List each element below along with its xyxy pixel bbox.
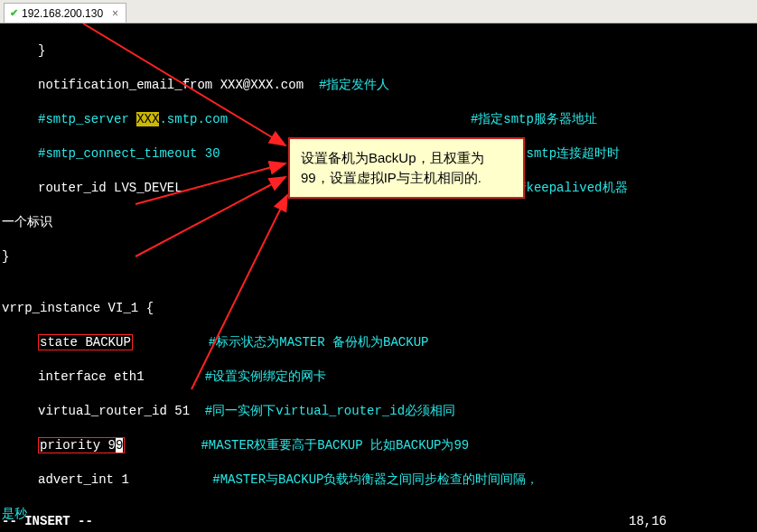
- annotation-arrows: [0, 23, 757, 532]
- check-icon: ✔: [10, 7, 18, 19]
- tab-title: 192.168.200.130: [22, 7, 103, 20]
- comment: #指定发件人: [319, 78, 389, 92]
- code-line: 一个标识: [2, 215, 52, 229]
- tab-bar: ✔ 192.168.200.130 ×: [0, 0, 757, 23]
- redbox-priority: priority 99: [38, 437, 125, 453]
- comment: #设置实例绑定的网卡: [205, 369, 326, 384]
- code-line: #smtp_connect_timeout 30: [38, 146, 220, 161]
- code-line: advert_int 1: [38, 472, 129, 487]
- comment: #MASTER权重要高于BACKUP 比如BACKUP为99: [201, 438, 469, 453]
- code-line: }: [2, 249, 9, 264]
- redbox-state: state BACKUP: [38, 334, 133, 350]
- tab-host[interactable]: ✔ 192.168.200.130 ×: [4, 3, 126, 23]
- code-line: router_id LVS_DEVEL: [38, 181, 182, 195]
- code-line: notification_email_from XXX@XXX.com: [38, 78, 304, 92]
- code-line: interface eth1: [38, 369, 145, 384]
- comment: #标示状态为MASTER 备份机为BACKUP: [209, 335, 429, 350]
- close-icon[interactable]: ×: [112, 7, 118, 20]
- highlight: XXX: [136, 112, 159, 126]
- callout-text: 设置备机为BackUp，且权重为99，设置虚拟IP与主机相同的.: [301, 150, 484, 185]
- code-line: }: [38, 43, 45, 58]
- comment: #同一实例下virtual_router_id必须相同: [205, 404, 455, 418]
- terminal: } notification_email_from XXX@XXX.com #指…: [0, 23, 757, 532]
- code-line: #smtp_server: [38, 112, 136, 126]
- code-line: virtual_router_id 51: [38, 404, 190, 418]
- vim-cursor-pos: 18,16: [629, 513, 667, 530]
- callout-box: 设置备机为BackUp，且权重为99，设置虚拟IP与主机相同的.: [288, 137, 525, 199]
- comment: #MASTER与BACKUP负载均衡器之间同步检查的时间间隔，: [212, 472, 538, 487]
- code-line: .smtp.com: [159, 112, 228, 126]
- code-line: vrrp_instance VI_1 {: [2, 301, 154, 315]
- comment: #指定smtp服务器地址: [471, 112, 597, 126]
- cursor: 9: [116, 438, 123, 453]
- vim-mode: -- INSERT --: [2, 513, 93, 530]
